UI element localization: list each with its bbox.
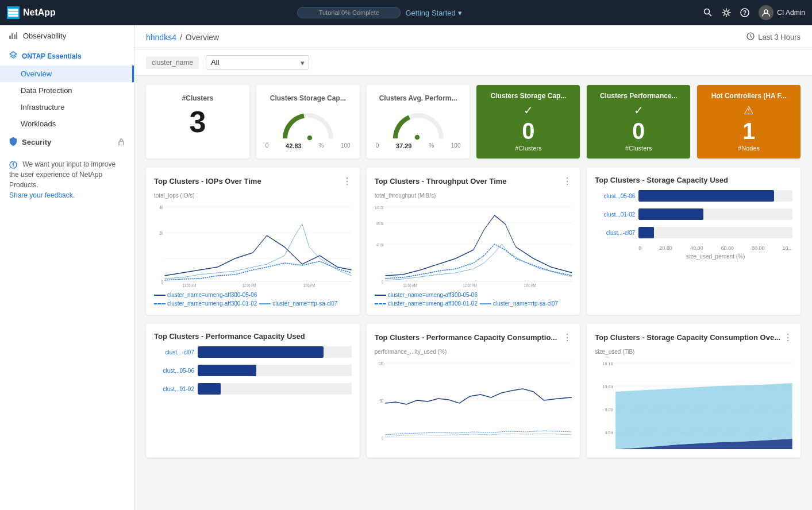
clusters-count-card: #Clusters 3 — [146, 85, 249, 159]
breadcrumb: hhndks4 / Overview — [146, 33, 219, 42]
dashboard-content: #Clusters 3 Clusters Storage Cap... 0 — [134, 76, 812, 467]
svg-text:12:00 PM: 12:00 PM — [243, 283, 256, 287]
storage-cap-green-title: Clusters Storage Cap... — [483, 92, 573, 100]
storage-cap-card: Clusters Storage Cap... 0 42.83 % 100 — [256, 85, 360, 159]
perf-cap-line-card: Top Clusters - Performance Capacity Cons… — [367, 324, 580, 458]
sidebar-item-observability[interactable]: Observability — [0, 25, 134, 47]
svg-text:18.18: 18.18 — [603, 361, 613, 366]
sidebar: Observability ONTAP Essentials Overview … — [0, 25, 134, 510]
filter-label: cluster_name — [146, 56, 199, 69]
content-header: hhndks4 / Overview Last 3 Hours — [134, 25, 812, 49]
svg-point-18 — [414, 134, 420, 140]
user-menu[interactable]: CI Admin — [759, 5, 805, 20]
storage-cap-green-subtitle: #Clusters — [483, 145, 573, 152]
perf-cap-bar-title: Top Clusters - Performance Capacity Used — [154, 332, 305, 341]
svg-point-17 — [307, 135, 313, 141]
sidebar-item-workloads[interactable]: Workloads — [0, 115, 134, 132]
svg-rect-10 — [11, 33, 13, 39]
throughput-chart-card: Top Clusters - Throughput Over Time ⋮ to… — [367, 168, 580, 315]
perf-green-subtitle: #Clusters — [594, 145, 683, 152]
feedback-section: We want your input to improve the user e… — [0, 152, 134, 207]
perf-title: Clusters Avg. Perform... — [376, 94, 461, 102]
svg-text:143.05: 143.05 — [375, 205, 383, 210]
perf-cap-bar-card: Top Clusters - Performance Capacity Used… — [146, 324, 360, 458]
storage-consumption-chart: 18.18 13.64 9.09 4.54 — [595, 357, 792, 443]
throughput-legend: cluster_name=umeng-aff300-05-06 cluster_… — [375, 292, 572, 307]
throughput-y-axis-label: total_throughput (MiB/s) — [375, 192, 572, 199]
storage-consumption-menu[interactable]: ⋮ — [783, 332, 792, 343]
svg-text:4k: 4k — [160, 204, 163, 211]
user-name: CI Admin — [777, 9, 805, 17]
clusters-count-value: 3 — [155, 107, 240, 137]
stat-cards-row: #Clusters 3 Clusters Storage Cap... 0 — [146, 85, 801, 159]
storage-cap-used-title: Top Clusters - Storage Capacity Used — [595, 176, 728, 184]
svg-text:13.64: 13.64 — [603, 384, 614, 389]
throughput-chart-title: Top Clusters - Throughput Over Time — [375, 177, 507, 186]
iops-y-axis-label: total_iops (IO/s) — [154, 192, 352, 199]
cluster-filter-select[interactable]: All — [206, 55, 309, 69]
svg-rect-12 — [16, 32, 17, 39]
charts-row-1: Top Clusters - IOPs Over Time ⋮ total_io… — [146, 168, 801, 315]
search-button[interactable] — [703, 8, 713, 17]
sidebar-item-security[interactable]: Security — [0, 132, 134, 152]
svg-text:9.09: 9.09 — [605, 407, 613, 412]
svg-text:100: 100 — [378, 361, 383, 367]
bar-row-2: clust...01-02 — [595, 208, 792, 220]
perf-gauge: 0 37.29 % 100 — [376, 107, 461, 149]
svg-text:50: 50 — [380, 398, 383, 404]
svg-text:11:00 AM: 11:00 AM — [183, 283, 196, 287]
dropdown-icon: ▾ — [458, 9, 462, 17]
sidebar-item-data-protection[interactable]: Data Protection — [0, 82, 134, 99]
perf-card: Clusters Avg. Perform... 0 37.29 % 100 — [367, 85, 470, 159]
perf-cap-line-menu[interactable]: ⋮ — [563, 332, 572, 343]
svg-point-8 — [764, 10, 768, 13]
perf-cap-y-label: performance_...ity_used (%) — [375, 349, 572, 355]
svg-text:0: 0 — [382, 279, 383, 285]
settings-button[interactable] — [722, 8, 731, 17]
svg-marker-57 — [616, 383, 792, 449]
svg-text:1:00 PM: 1:00 PM — [524, 283, 536, 287]
perf-green-card: Clusters Performance... ✓ 0 #Clusters — [587, 85, 690, 159]
breadcrumb-page: Overview — [186, 33, 219, 42]
storage-cap-gauge: 0 42.83 % 100 — [265, 107, 351, 149]
help-button[interactable]: ? — [740, 8, 749, 17]
logo-text: NetApp — [23, 7, 56, 18]
bar-row-1: clust...05-06 — [595, 190, 792, 202]
sidebar-item-overview[interactable]: Overview — [0, 65, 134, 82]
throughput-line-chart: 143.05 95.36 47.68 0 11:00 AM 12:00 PM 1… — [375, 201, 572, 287]
svg-text:0: 0 — [382, 435, 383, 442]
sidebar-ontap-section: ONTAP Essentials — [0, 47, 134, 65]
perf-bar-row-1: clust...-cl07 — [154, 346, 352, 358]
lock-icon — [118, 138, 125, 147]
app-layout: Observability ONTAP Essentials Overview … — [0, 25, 812, 510]
app-logo[interactable]: NetApp — [7, 6, 56, 19]
iops-chart-title: Top Clusters - IOPs Over Time — [154, 177, 261, 186]
breadcrumb-cluster[interactable]: hhndks4 — [146, 33, 176, 42]
iops-chart-menu[interactable]: ⋮ — [342, 176, 352, 187]
bar-chart-icon — [9, 31, 17, 41]
svg-text:95.36: 95.36 — [376, 221, 383, 226]
svg-text:2k: 2k — [160, 230, 163, 237]
feedback-link[interactable]: Share your feedback. — [9, 191, 75, 199]
svg-rect-0 — [8, 9, 18, 11]
time-range[interactable]: Last 3 Hours — [746, 32, 801, 42]
perf-cap-bar-chart: clust...-cl07 clust...05-06 — [154, 346, 352, 450]
throughput-chart-menu[interactable]: ⋮ — [563, 176, 572, 187]
svg-rect-9 — [9, 36, 11, 39]
getting-started-menu[interactable]: Getting Started ▾ — [405, 9, 461, 17]
perf-cap-line-chart: 100 50 0 — [375, 357, 572, 443]
breadcrumb-separator: / — [180, 33, 182, 42]
svg-rect-13 — [119, 141, 124, 145]
svg-point-5 — [725, 11, 728, 14]
svg-text:0: 0 — [161, 279, 163, 285]
charts-row-2: Top Clusters - Performance Capacity Used… — [146, 324, 801, 458]
svg-point-3 — [705, 9, 710, 14]
main-content: hhndks4 / Overview Last 3 Hours cluster_… — [134, 25, 812, 510]
tutorial-progress[interactable]: Tutorial 0% Complete — [297, 7, 401, 18]
sidebar-item-infrastructure[interactable]: Infrastructure — [0, 99, 134, 115]
feedback-icon — [9, 160, 19, 168]
svg-rect-2 — [8, 14, 18, 17]
storage-cap-x-label: size_used_percent (%) — [638, 253, 792, 260]
warning-icon: ⚠ — [704, 103, 794, 117]
logo-icon — [7, 6, 20, 19]
